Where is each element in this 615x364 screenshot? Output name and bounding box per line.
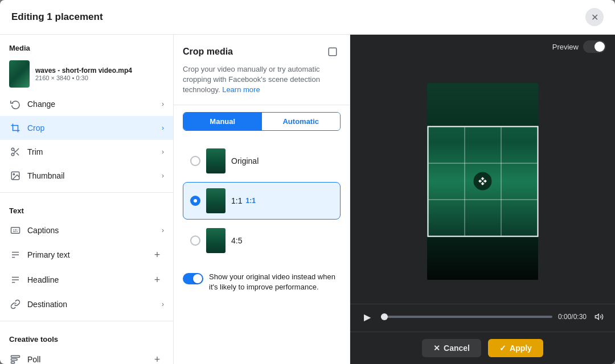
divider-1: [0, 192, 173, 193]
svg-rect-10: [11, 362, 15, 363]
close-button[interactable]: ✕: [585, 8, 604, 26]
crop-info-button[interactable]: [325, 44, 341, 60]
dark-overlay-bottom: [427, 237, 538, 280]
grid-line-h2: [428, 199, 537, 200]
cancel-x-icon: ✕: [433, 344, 440, 353]
sidebar-item-destination[interactable]: Destination ›: [0, 292, 173, 316]
captions-icon: [9, 224, 22, 237]
video-controls: ▶ 0:00/0:30: [350, 304, 615, 332]
preview-panel: Preview: [350, 35, 615, 364]
apply-check-icon: ✓: [499, 344, 506, 353]
sidebar-item-thumbnail[interactable]: Thumbnail ›: [0, 164, 173, 188]
crop-option-original[interactable]: Original: [183, 142, 341, 180]
tab-automatic[interactable]: Automatic: [262, 113, 341, 130]
dark-overlay-top: [427, 83, 538, 126]
crop-option-1x1[interactable]: 1:1 1:1: [183, 182, 341, 220]
recommended-badge: 1:1: [245, 197, 255, 205]
crop-icon: [9, 122, 22, 134]
video-container: [427, 83, 538, 280]
progress-bar[interactable]: [381, 316, 552, 318]
add-primary-text-button[interactable]: +: [150, 248, 164, 262]
sidebar-item-trim-label: Trim: [27, 147, 162, 156]
chevron-right-icon-crop: ›: [162, 124, 164, 132]
refresh-icon: [9, 98, 22, 110]
performance-toggle[interactable]: [183, 273, 203, 284]
svg-rect-14: [329, 48, 337, 56]
learn-more-link[interactable]: Learn more: [222, 85, 260, 94]
trim-icon: [9, 146, 22, 158]
move-icon: [474, 172, 492, 191]
media-thumbnail: [9, 60, 30, 88]
preview-toggle-switch[interactable]: [583, 40, 606, 53]
toggle-knob: [193, 274, 202, 283]
radio-4x5[interactable]: [190, 235, 200, 246]
grid-line-h1: [428, 163, 537, 164]
sidebar-item-poll[interactable]: Poll +: [0, 347, 173, 364]
option-label-1x1: 1:1: [231, 196, 242, 205]
sidebar-item-primary-text[interactable]: Primary text +: [0, 242, 173, 267]
svg-point-0: [11, 148, 14, 151]
modal-body: Media waves - short-form video.mp4 2160 …: [0, 35, 615, 364]
svg-line-4: [14, 150, 15, 152]
toggle-description: Show your original video instead when it…: [209, 272, 341, 292]
svg-rect-9: [11, 359, 18, 361]
modal-overlay: Editing 1 placement ✕ Media waves - shor…: [0, 0, 615, 364]
svg-line-3: [17, 153, 19, 155]
add-headline-button[interactable]: +: [150, 273, 164, 287]
modal-title: Editing 1 placement: [11, 11, 103, 23]
option-thumb-1x1: [206, 188, 226, 213]
chevron-right-icon: ›: [162, 100, 164, 108]
preview-toggle-knob: [594, 42, 605, 52]
apply-button[interactable]: ✓ Apply: [488, 339, 543, 357]
sidebar-item-captions[interactable]: Captions ›: [0, 218, 173, 242]
progress-thumb: [381, 313, 388, 320]
crop-tab-row: Manual Automatic: [183, 112, 341, 131]
radio-1x1[interactable]: [190, 196, 200, 206]
chevron-right-icon-thumb: ›: [162, 172, 164, 180]
sidebar-item-trim[interactable]: Trim ›: [0, 140, 173, 164]
image-icon: [9, 169, 22, 182]
modal: Editing 1 placement ✕ Media waves - shor…: [0, 0, 615, 364]
play-button[interactable]: ▶: [359, 309, 375, 325]
crop-panel: Crop media Crop your video manually or t…: [174, 35, 350, 364]
sidebar-item-headline[interactable]: Headline +: [0, 267, 173, 292]
sidebar-item-change[interactable]: Change ›: [0, 92, 173, 116]
sidebar-item-headline-label: Headline: [27, 275, 150, 284]
media-file-row: waves - short-form video.mp4 2160 × 3840…: [0, 56, 173, 92]
video-area: [350, 59, 615, 304]
add-poll-button[interactable]: +: [150, 353, 164, 364]
apply-label: Apply: [510, 344, 532, 353]
sidebar-section-media: Media: [0, 35, 173, 56]
sidebar-section-text: Text: [0, 197, 173, 218]
sidebar-item-primary-text-label: Primary text: [27, 250, 150, 259]
sidebar-item-destination-label: Destination: [27, 300, 162, 309]
tab-manual[interactable]: Manual: [183, 113, 262, 130]
sidebar: Media waves - short-form video.mp4 2160 …: [0, 35, 174, 364]
sidebar-item-crop[interactable]: Crop ›: [0, 116, 173, 140]
poll-icon: [9, 353, 22, 364]
option-thumb-original: [206, 148, 226, 173]
volume-button[interactable]: [592, 310, 606, 324]
svg-marker-16: [595, 314, 598, 319]
sidebar-item-captions-label: Captions: [27, 226, 162, 235]
svg-rect-8: [11, 355, 20, 357]
grid-line-v2: [501, 127, 501, 235]
media-info: waves - short-form video.mp4 2160 × 3840…: [35, 67, 164, 81]
cancel-button[interactable]: ✕ Cancel: [422, 339, 481, 357]
sidebar-item-poll-label: Poll: [27, 355, 150, 364]
chevron-right-icon-dest: ›: [162, 300, 164, 308]
crop-description: Crop your video manually or try automati…: [183, 64, 341, 96]
headline-icon: [9, 274, 22, 286]
option-label-original: Original: [231, 156, 259, 166]
primary-text-icon: [9, 249, 22, 261]
crop-options: Original 1:1 1:1: [174, 138, 350, 266]
link-icon: [9, 298, 22, 311]
crop-option-4x5[interactable]: 4:5: [183, 222, 341, 259]
option-label-4x5: 4:5: [231, 236, 242, 245]
radio-original[interactable]: [190, 156, 200, 166]
crop-overlay[interactable]: [427, 126, 538, 237]
modal-header: Editing 1 placement ✕: [0, 0, 615, 35]
svg-point-6: [13, 173, 14, 175]
cancel-label: Cancel: [444, 344, 470, 353]
performance-toggle-row: Show your original video instead when it…: [174, 266, 350, 298]
